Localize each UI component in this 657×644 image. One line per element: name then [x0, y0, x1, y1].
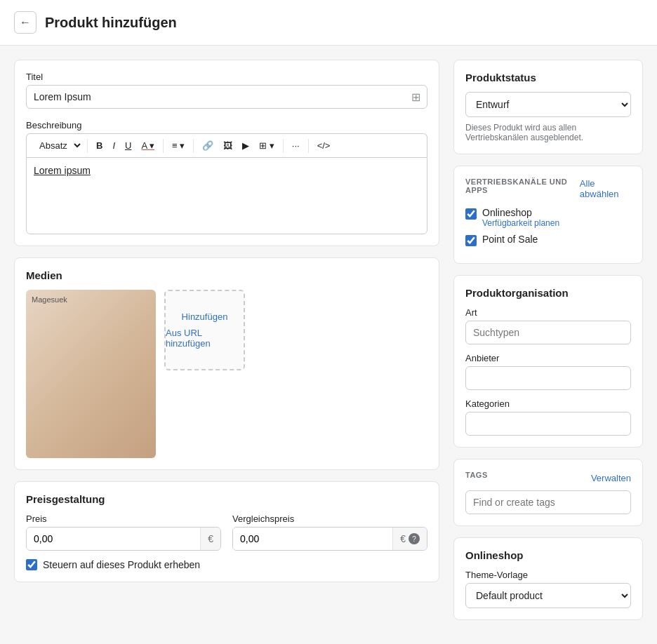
pos-checkbox[interactable]	[465, 235, 477, 246]
text-color-button[interactable]: A ▾	[137, 137, 159, 154]
page-header: ← Produkt hinzufügen	[0, 0, 657, 46]
image-label: Magesuek	[32, 295, 67, 304]
pricing-title: Preisgestaltung	[26, 493, 427, 505]
page-layout: Titel ⊞ Beschreibung Absatz B I U A ▾ ≡	[0, 46, 657, 634]
align-button[interactable]: ≡ ▾	[168, 137, 189, 154]
onlineshop-checkbox[interactable]	[465, 208, 477, 220]
title-card: Titel ⊞ Beschreibung Absatz B I U A ▾ ≡	[14, 60, 439, 246]
toolbar-divider-5	[308, 139, 309, 153]
product-org-title: Produktorganisation	[465, 287, 631, 299]
theme-select[interactable]: Default product	[465, 583, 631, 608]
tags-header: TAGS Verwalten	[465, 471, 631, 485]
title-label: Titel	[26, 72, 427, 82]
anbieter-input[interactable]	[465, 366, 631, 390]
select-all-link[interactable]: Alle abwählen	[580, 178, 631, 199]
tax-label: Steuern auf dieses Produkt erheben	[43, 559, 200, 570]
art-field: Art	[465, 307, 631, 344]
image-button[interactable]: 🖼	[219, 137, 237, 154]
compare-help-icon[interactable]: ?	[409, 533, 420, 544]
editor-toolbar: Absatz B I U A ▾ ≡ ▾ 🔗 🖼 ▶ ⊞ ▾ ···	[26, 133, 427, 157]
table-button[interactable]: ⊞ ▾	[255, 137, 279, 154]
tags-card: TAGS Verwalten	[453, 459, 643, 526]
media-area: Magesuek Hinzufügen Aus URL hinzufügen	[26, 290, 427, 458]
description-editor[interactable]: Lorem ipsum	[26, 157, 427, 234]
manage-tags-link[interactable]: Verwalten	[591, 473, 631, 483]
theme-label: Theme-Vorlage	[465, 570, 631, 580]
compare-price-input[interactable]	[233, 528, 392, 550]
tax-row: Steuern auf dieses Produkt erheben	[26, 559, 427, 570]
tax-checkbox[interactable]	[26, 559, 37, 570]
channels-label: VERTRIEBSKANÄLE UND APPS	[465, 177, 580, 194]
title-input-wrap: ⊞	[26, 85, 427, 109]
onlineshop-name: Onlineshop	[482, 207, 559, 218]
pricing-card: Preisgestaltung Preis € Vergleichspreis …	[14, 481, 439, 582]
upload-box[interactable]: Hinzufügen Aus URL hinzufügen	[164, 290, 245, 370]
toolbar-divider-3	[193, 139, 194, 153]
code-button[interactable]: </>	[313, 137, 335, 154]
back-button[interactable]: ←	[14, 11, 36, 34]
more-button[interactable]: ···	[288, 137, 304, 154]
compare-price-label: Vergleichspreis	[232, 514, 427, 524]
upload-url-button[interactable]: Aus URL hinzufügen	[166, 328, 244, 349]
main-column: Titel ⊞ Beschreibung Absatz B I U A ▾ ≡	[14, 60, 439, 620]
pricing-row: Preis € Vergleichspreis € ?	[26, 514, 427, 551]
product-org-card: Produktorganisation Art Anbieter Kategor…	[453, 275, 643, 448]
product-status-title: Produktstatus	[465, 72, 631, 83]
price-currency: €	[200, 528, 220, 550]
onlineshop-card: Onlineshop Theme-Vorlage Default product	[453, 537, 643, 620]
back-icon: ←	[20, 16, 31, 29]
media-card: Medien Magesuek Hinzufügen Aus URL hinzu…	[14, 257, 439, 470]
kategorien-label: Kategorien	[465, 398, 631, 409]
price-label: Preis	[26, 514, 221, 524]
description-content: Lorem ipsum	[34, 165, 91, 176]
product-status-card: Produktstatus Entwurf Aktiv Dieses Produ…	[453, 60, 643, 154]
status-description: Dieses Produkt wird aus allen Vertriebsk…	[465, 123, 631, 142]
onlineshop-title: Onlineshop	[465, 549, 631, 561]
media-title: Medien	[26, 269, 427, 281]
compare-currency: € ?	[392, 528, 427, 550]
image-placeholder: Magesuek	[26, 290, 156, 458]
tags-label: TAGS	[465, 471, 488, 479]
tags-input[interactable]	[465, 490, 631, 514]
art-input[interactable]	[465, 321, 631, 344]
channel-item-pos: Point of Sale	[465, 234, 631, 246]
page-title: Produkt hinzufügen	[45, 15, 177, 31]
availability-link[interactable]: Verfügbarkeit planen	[482, 218, 559, 228]
link-button[interactable]: 🔗	[198, 137, 218, 154]
italic-button[interactable]: I	[108, 137, 119, 154]
title-ai-icon: ⊞	[411, 90, 420, 104]
art-label: Art	[465, 307, 631, 318]
format-select[interactable]: Absatz	[32, 137, 83, 154]
video-button[interactable]: ▶	[238, 137, 253, 154]
toolbar-divider-1	[87, 139, 88, 153]
toolbar-divider-4	[283, 139, 284, 153]
status-select[interactable]: Entwurf Aktiv	[465, 92, 631, 117]
channel-item-onlineshop: Onlineshop Verfügbarkeit planen	[465, 207, 631, 228]
compare-input-wrap: € ?	[232, 527, 427, 551]
compare-price-field: Vergleichspreis € ?	[232, 514, 427, 551]
price-input[interactable]	[27, 528, 200, 550]
title-input[interactable]	[26, 85, 427, 109]
anbieter-field: Anbieter	[465, 353, 631, 390]
anbieter-label: Anbieter	[465, 353, 631, 363]
price-field: Preis €	[26, 514, 221, 551]
product-image: Magesuek	[26, 290, 156, 458]
kategorien-input[interactable]	[465, 412, 631, 436]
channels-header: VERTRIEBSKANÄLE UND APPS Alle abwählen	[465, 177, 631, 200]
description-label: Beschreibung	[26, 120, 427, 130]
underline-button[interactable]: U	[121, 137, 135, 154]
pos-name: Point of Sale	[482, 234, 538, 245]
onlineshop-details: Onlineshop Verfügbarkeit planen	[482, 207, 559, 228]
pos-details: Point of Sale	[482, 234, 538, 245]
toolbar-divider-2	[163, 139, 164, 153]
upload-button[interactable]: Hinzufügen	[182, 311, 228, 322]
kategorien-field: Kategorien	[465, 398, 631, 436]
bold-button[interactable]: B	[92, 137, 107, 154]
price-input-wrap: €	[26, 527, 221, 551]
channels-card: VERTRIEBSKANÄLE UND APPS Alle abwählen O…	[453, 166, 643, 264]
sidebar-column: Produktstatus Entwurf Aktiv Dieses Produ…	[453, 60, 643, 620]
